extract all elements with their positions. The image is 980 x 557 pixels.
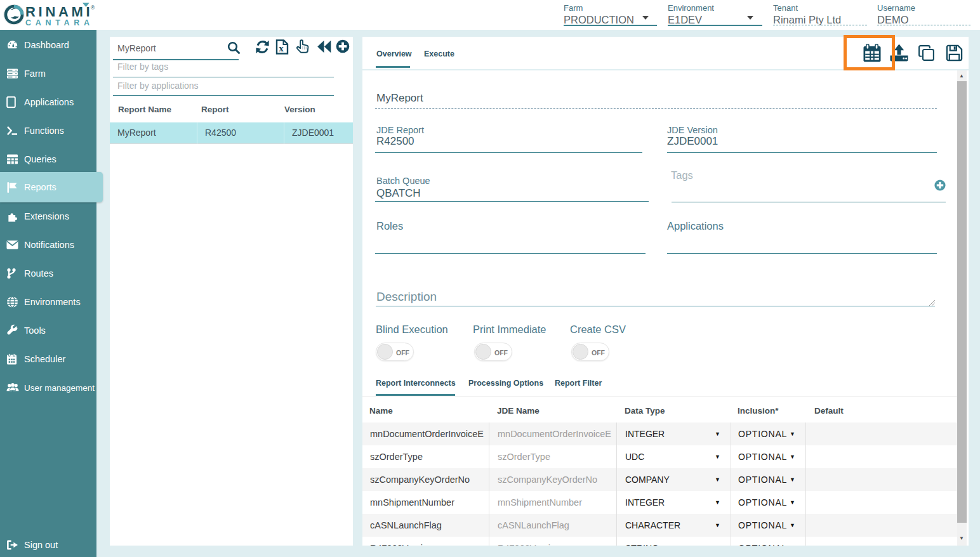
svg-text:®: ® <box>91 4 95 11</box>
svg-text:RINAMI: RINAMI <box>25 4 93 20</box>
svg-text:CANTARA: CANTARA <box>25 18 94 27</box>
svg-text:x: x <box>279 43 284 53</box>
